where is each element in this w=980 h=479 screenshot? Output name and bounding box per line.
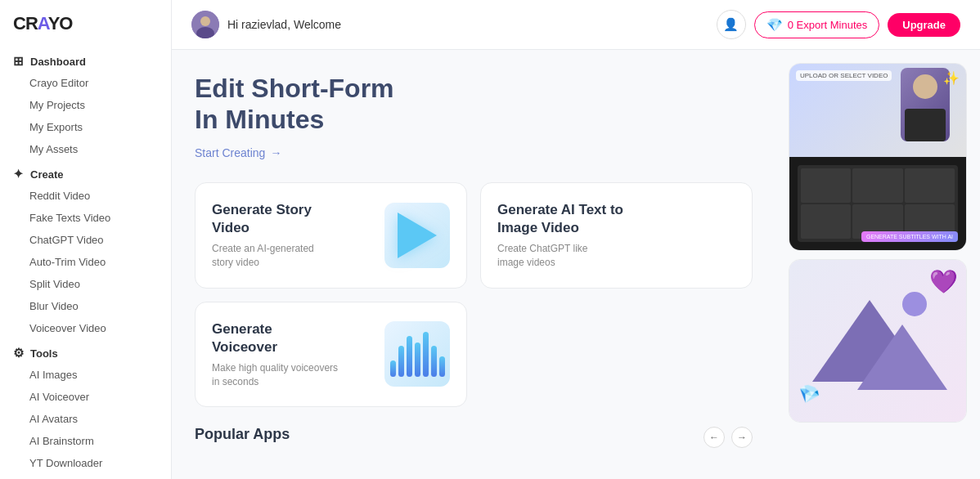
moon-circle bbox=[902, 292, 927, 316]
gem-icon: 💎 bbox=[766, 17, 783, 33]
card-story-title: Generate StoryVideo bbox=[212, 201, 314, 237]
preview-table bbox=[798, 165, 958, 242]
sidebar-item-tiktok-downloader[interactable]: TikTok Downloader bbox=[7, 475, 164, 479]
card-ai-text: Generate AI Text toImage Video Create Ch… bbox=[497, 201, 623, 270]
start-creating-link[interactable]: Start Creating → bbox=[195, 146, 281, 159]
sidebar-item-yt-downloader[interactable]: YT Downloader bbox=[7, 453, 164, 473]
hero-title: Edit Short-Form In Minutes bbox=[195, 73, 753, 136]
nav-left-arrow[interactable]: ← bbox=[704, 427, 725, 448]
logo: CRAYO bbox=[0, 13, 171, 47]
play-icon bbox=[398, 213, 437, 258]
card-ai-text-image[interactable]: Generate AI Text toImage Video Create Ch… bbox=[480, 182, 753, 289]
sidebar-section-dashboard[interactable]: ⊞ Dashboard bbox=[0, 47, 171, 72]
sidebar: CRAYO ⊞ Dashboard Crayo Editor My Projec… bbox=[0, 0, 172, 479]
card-voiceover-desc: Make high quality voiceovers in seconds bbox=[212, 361, 338, 389]
sidebar-item-auto-trim-video[interactable]: Auto-Trim Video bbox=[7, 252, 164, 272]
sidebar-item-my-projects[interactable]: My Projects bbox=[7, 95, 164, 115]
upgrade-button[interactable]: Upgrade bbox=[888, 13, 960, 37]
card-voiceover-icon-area bbox=[384, 321, 450, 387]
card-voiceover-text: GenerateVoiceover Make high quality voic… bbox=[212, 320, 338, 389]
tools-icon: ⚙ bbox=[13, 346, 24, 360]
preview-top: UPLOAD OR SELECT VIDEO ✨ bbox=[789, 64, 966, 157]
right-panel: UPLOAD OR SELECT VIDEO ✨ GENERATE SUBTIT… bbox=[775, 50, 980, 479]
welcome-text: Hi razievlad, Welcome bbox=[227, 18, 341, 31]
card-voiceover[interactable]: GenerateVoiceover Make high quality voic… bbox=[195, 302, 467, 408]
header-left: Hi razievlad, Welcome bbox=[191, 11, 341, 38]
content-main: Edit Short-Form In Minutes Start Creatin… bbox=[172, 50, 775, 479]
sidebar-item-crayo-editor[interactable]: Crayo Editor bbox=[7, 73, 164, 93]
card-ai-desc: Create ChatGPT like image videos bbox=[497, 242, 623, 270]
main-area: Hi razievlad, Welcome 👤 💎 0 Export Minut… bbox=[172, 0, 980, 479]
wave-bars-icon bbox=[390, 331, 445, 377]
card-ai-icon-area bbox=[670, 203, 735, 268]
preview-card: UPLOAD OR SELECT VIDEO ✨ GENERATE SUBTIT… bbox=[789, 63, 967, 251]
sidebar-item-fake-texts-video[interactable]: Fake Texts Video bbox=[7, 208, 164, 228]
grid-icon: ⊞ bbox=[13, 54, 24, 69]
export-minutes-button[interactable]: 💎 0 Export Minutes bbox=[754, 11, 880, 38]
user-icon-button[interactable]: 👤 bbox=[717, 10, 746, 39]
sidebar-item-reddit-video[interactable]: Reddit Video bbox=[7, 186, 164, 206]
sidebar-item-my-assets[interactable]: My Assets bbox=[7, 139, 164, 159]
table-cell bbox=[905, 168, 955, 203]
sidebar-item-ai-voiceover[interactable]: AI Voiceover bbox=[7, 387, 164, 407]
cards-grid: Generate StoryVideo Create an AI-generat… bbox=[195, 182, 753, 408]
sidebar-item-ai-brainstorm[interactable]: AI Brainstorm bbox=[7, 431, 164, 451]
sparkle-icon: ✨ bbox=[943, 70, 960, 86]
preview-person bbox=[901, 68, 950, 141]
header: Hi razievlad, Welcome 👤 💎 0 Export Minut… bbox=[172, 0, 980, 50]
upload-label: UPLOAD OR SELECT VIDEO bbox=[796, 70, 892, 81]
export-minutes-label: 0 Export Minutes bbox=[788, 19, 868, 31]
header-right: 👤 💎 0 Export Minutes Upgrade bbox=[717, 10, 960, 39]
mountain-front bbox=[857, 325, 947, 390]
popular-apps-title: Popular Apps bbox=[195, 426, 290, 443]
sidebar-item-split-video[interactable]: Split Video bbox=[7, 274, 164, 294]
sidebar-section-tools[interactable]: ⚙ Tools bbox=[0, 339, 171, 364]
bottom-nav: ← → bbox=[704, 423, 753, 448]
image-card-bg: 💜 💎 bbox=[789, 260, 966, 422]
image-card: 💜 💎 bbox=[789, 259, 967, 423]
sidebar-item-ai-avatars[interactable]: AI Avatars bbox=[7, 409, 164, 429]
table-cell bbox=[852, 168, 902, 203]
card-story-desc: Create an AI-generated story video bbox=[212, 242, 314, 270]
sidebar-item-ai-images[interactable]: AI Images bbox=[7, 365, 164, 385]
gem-3d-1-icon: 💜 bbox=[929, 268, 958, 295]
mountain-scene bbox=[796, 275, 960, 406]
sidebar-item-my-exports[interactable]: My Exports bbox=[7, 117, 164, 137]
card-story-text: Generate StoryVideo Create an AI-generat… bbox=[212, 201, 314, 270]
sidebar-item-blur-video[interactable]: Blur Video bbox=[7, 296, 164, 316]
sidebar-item-voiceover-video[interactable]: Voiceover Video bbox=[7, 318, 164, 338]
sidebar-item-chatgpt-video[interactable]: ChatGPT Video bbox=[7, 230, 164, 250]
wand-icon: ✦ bbox=[13, 167, 24, 181]
ai-badge: GENERATE SUBTITLES WITH AI bbox=[861, 231, 958, 242]
card-story-icon-area bbox=[384, 203, 450, 268]
nav-right-arrow[interactable]: → bbox=[731, 427, 753, 448]
content: Edit Short-Form In Minutes Start Creatin… bbox=[172, 50, 980, 479]
card-voiceover-title: GenerateVoiceover bbox=[212, 320, 338, 356]
card-story-video[interactable]: Generate StoryVideo Create an AI-generat… bbox=[195, 182, 467, 289]
svg-point-1 bbox=[200, 16, 210, 26]
avatar bbox=[191, 11, 219, 38]
table-cell bbox=[801, 168, 851, 203]
table-cell bbox=[801, 204, 851, 239]
card-ai-title: Generate AI Text toImage Video bbox=[497, 201, 623, 237]
sidebar-section-create[interactable]: ✦ Create bbox=[0, 160, 171, 185]
preview-bottom: GENERATE SUBTITLES WITH AI bbox=[789, 157, 966, 250]
